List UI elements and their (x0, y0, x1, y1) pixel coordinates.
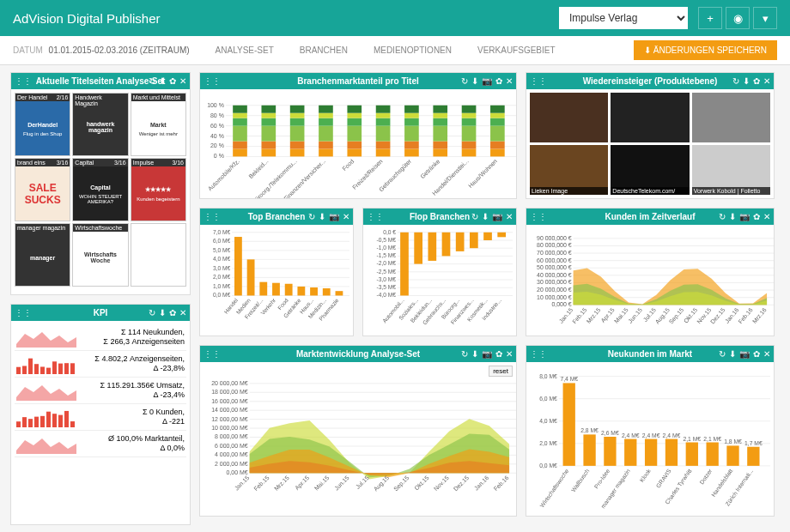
refresh-icon[interactable]: ↻ (461, 349, 468, 359)
svg-rect-43 (261, 113, 276, 118)
download-icon[interactable]: ⬇ (482, 212, 489, 221)
download-icon[interactable]: ⬇ (743, 76, 750, 86)
drag-handle-icon[interactable]: ⋮⋮ (367, 212, 384, 221)
camera-icon[interactable]: 📷 (482, 349, 492, 359)
save-button[interactable]: ⬇ ÄNDERUNGEN SPEICHERN (634, 40, 777, 60)
refresh-icon[interactable]: ↻ (149, 76, 155, 86)
camera-icon[interactable]: 📷 (739, 349, 750, 359)
filter-branchen[interactable]: BRANCHEN (300, 45, 348, 55)
svg-text:-0,5 M€: -0,5 M€ (377, 237, 397, 243)
magazine-cover[interactable] (131, 223, 186, 287)
close-icon[interactable]: ✕ (506, 76, 513, 86)
reset-button[interactable]: reset (489, 366, 513, 377)
svg-rect-0 (16, 367, 21, 374)
svg-rect-89 (462, 142, 477, 149)
kpi-row: Σ 114 Neukunden,Σ 266,3 Anzeigenseiten (15, 324, 186, 351)
magazine-cover[interactable]: Markt und MittelstMarktWeniger ist mehr (131, 93, 186, 156)
refresh-icon[interactable]: ↻ (308, 212, 315, 221)
gear-icon[interactable]: ✿ (169, 308, 176, 317)
publisher-select[interactable]: Impulse Verlag (559, 7, 688, 29)
download-icon[interactable]: ⬇ (729, 349, 736, 359)
ad-thumbnail[interactable] (692, 93, 770, 142)
dashboard-icon[interactable]: ◉ (726, 7, 750, 29)
svg-rect-92 (462, 113, 477, 118)
filter-medienoptionen[interactable]: MEDIENOPTIONEN (374, 45, 452, 55)
filter-analyse-set[interactable]: ANALYSE-SET (216, 45, 274, 55)
download-icon[interactable]: ⬇ (319, 212, 325, 221)
gear-icon[interactable]: ✿ (753, 76, 760, 86)
ad-thumbnail[interactable] (611, 93, 689, 142)
close-icon[interactable]: ✕ (506, 212, 513, 221)
ad-thumbnail[interactable]: Lieken Image (530, 145, 608, 195)
svg-text:GRAVIS: GRAVIS (655, 468, 672, 489)
filter-datum[interactable]: DATUM 01.01.2015-02.03.2016 (ZEITRAUM) (13, 45, 190, 55)
gear-icon[interactable]: ✿ (495, 349, 502, 359)
download-icon[interactable]: ⬇ (159, 308, 166, 317)
svg-rect-76 (404, 126, 419, 142)
camera-icon[interactable]: 📷 (482, 76, 492, 86)
panel-title: Flop Branchen (410, 212, 470, 221)
svg-text:2,0 M€: 2,0 M€ (213, 274, 231, 280)
close-icon[interactable]: ✕ (343, 212, 349, 221)
refresh-icon[interactable]: ↻ (149, 308, 155, 317)
refresh-icon[interactable]: ↻ (471, 212, 478, 221)
camera-icon[interactable]: 📷 (492, 212, 502, 221)
svg-rect-120 (247, 259, 255, 295)
close-icon[interactable]: ✕ (179, 308, 186, 317)
camera-icon[interactable]: 📷 (739, 212, 750, 221)
gear-icon[interactable]: ✿ (753, 212, 760, 221)
download-icon[interactable]: ⬇ (729, 212, 736, 221)
magazine-cover[interactable]: brand eins3/16SALE SUCKS (15, 158, 70, 221)
refresh-icon[interactable]: ↻ (719, 212, 726, 221)
drag-handle-icon[interactable]: ⋮⋮ (15, 76, 32, 86)
svg-rect-56 (319, 118, 333, 126)
magazine-cover[interactable]: manager magazinmanager (15, 223, 70, 287)
drag-handle-icon[interactable]: ⋮⋮ (530, 212, 547, 221)
panel-kpi: ⋮⋮ KPI ↻ ⬇ ✿ ✕ Σ 114 Neukunden,Σ 266,3 A… (10, 304, 191, 525)
gear-icon[interactable]: ✿ (169, 76, 176, 86)
download-icon[interactable]: ⬇ (471, 349, 478, 359)
add-button[interactable]: + (698, 7, 722, 29)
drag-handle-icon[interactable]: ⋮⋮ (204, 349, 221, 359)
magazine-cover[interactable]: Handwerk Magazinhandwerk magazin (72, 93, 128, 156)
refresh-icon[interactable]: ↻ (461, 76, 468, 86)
panel-title: Aktuelle Titelseiten Analyse-Set (36, 76, 166, 86)
download-icon[interactable]: ⬇ (159, 76, 166, 86)
svg-text:5,0 M€: 5,0 M€ (213, 247, 231, 253)
ad-thumbnail[interactable]: Vorwerk Kobold | Folletto (692, 145, 770, 195)
close-icon[interactable]: ✕ (763, 212, 770, 221)
ad-thumbnail[interactable] (530, 93, 608, 142)
close-icon[interactable]: ✕ (763, 76, 770, 86)
close-icon[interactable]: ✕ (179, 76, 186, 86)
download-icon[interactable]: ⬇ (471, 76, 478, 86)
magazine-cover[interactable]: Impulse3/16★★★★★Kunden begeistern (131, 158, 186, 221)
svg-text:4,0 M€: 4,0 M€ (213, 256, 231, 262)
magazine-cover[interactable]: WirtschaftswocheWirtschafts Woche (72, 223, 128, 287)
svg-rect-32 (233, 148, 247, 156)
magazine-cover[interactable]: Der Handel2/16DerHandelFlug in den Shop (15, 93, 70, 156)
gear-icon[interactable]: ✿ (495, 76, 502, 86)
gear-icon[interactable]: ✿ (753, 349, 760, 359)
camera-icon[interactable]: 📷 (329, 212, 339, 221)
close-icon[interactable]: ✕ (763, 349, 770, 359)
svg-rect-100 (490, 106, 505, 113)
user-menu[interactable]: ▾ (753, 7, 777, 29)
svg-rect-118 (234, 237, 242, 295)
drag-handle-icon[interactable]: ⋮⋮ (15, 308, 32, 317)
drag-handle-icon[interactable]: ⋮⋮ (530, 349, 547, 359)
svg-text:Jul.15: Jul.15 (355, 475, 370, 490)
svg-rect-263 (645, 439, 657, 466)
filter-verkaufsgebiet[interactable]: VERKAUFSGEBIET (477, 45, 556, 55)
svg-rect-50 (290, 113, 305, 118)
drag-handle-icon[interactable]: ⋮⋮ (204, 212, 221, 221)
drag-handle-icon[interactable]: ⋮⋮ (204, 76, 221, 86)
drag-handle-icon[interactable]: ⋮⋮ (530, 76, 547, 86)
svg-text:Okt.15: Okt.15 (413, 475, 430, 492)
refresh-icon[interactable]: ↻ (719, 349, 726, 359)
ad-thumbnail[interactable]: DeutscheTelekom.com/ (611, 145, 689, 195)
svg-rect-7 (58, 364, 63, 374)
magazine-cover[interactable]: Capital3/16CapitalWOHIN STEUERT AMERIKA? (72, 158, 128, 221)
refresh-icon[interactable]: ↻ (732, 76, 739, 86)
close-icon[interactable]: ✕ (506, 349, 513, 359)
svg-text:6 000,00 M€: 6 000,00 M€ (215, 443, 248, 449)
